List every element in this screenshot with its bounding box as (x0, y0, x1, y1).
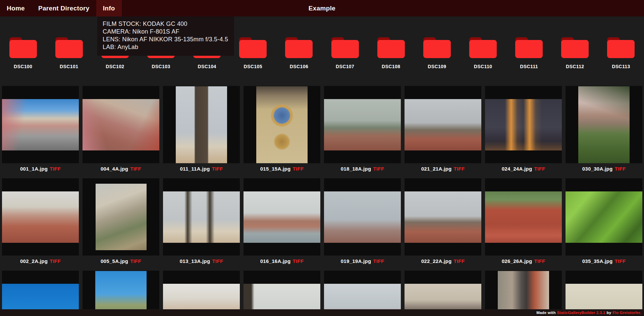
thumbnail-tiff-link[interactable]: TIFF (454, 258, 465, 264)
footer-author-link[interactable]: Flo Greistorfer. (612, 311, 641, 315)
folder-label: DSC106 (290, 64, 308, 69)
folder-label: DSC101 (60, 64, 78, 69)
thumbnail-label: 015_15A.jpgTIFF (244, 166, 320, 172)
thumbnail-tiff-link[interactable]: TIFF (212, 258, 223, 264)
thumbnail-tiff-link[interactable]: TIFF (130, 258, 141, 264)
thumbnail-label: 016_16A.jpgTIFF (244, 258, 320, 264)
folder-item[interactable]: DSC100 (0, 37, 46, 69)
folder-icon (607, 37, 635, 58)
gallery-item: 001_1A.jpgTIFF (0, 86, 80, 172)
thumbnail-filename-link[interactable]: 016_16A.jpg (260, 258, 291, 264)
gallery-item: 005_5A.jpgTIFF (80, 178, 161, 264)
folder-icon (377, 37, 405, 58)
folder-item[interactable]: DSC106 (276, 37, 322, 69)
gallery-item: 011_11A.jpgTIFF (161, 86, 241, 172)
thumbnail-cell[interactable] (405, 86, 481, 163)
thumbnail-cell[interactable] (485, 86, 562, 163)
thumbnail-filename-link[interactable]: 030_30A.jpg (582, 166, 613, 172)
thumbnail-filename-link[interactable]: 021_21A.jpg (421, 166, 452, 172)
thumbnail-cell[interactable] (324, 178, 401, 256)
thumbnail-filename-link[interactable]: 018_18A.jpg (341, 166, 371, 172)
info-line-camera: CAMERA: Nikon F-801S AF (103, 28, 228, 36)
thumbnail-tiff-link[interactable]: TIFF (293, 166, 304, 172)
folder-item[interactable]: DSC112 (552, 37, 598, 69)
thumbnail-cell[interactable] (163, 86, 240, 163)
thumbnail-filename-link[interactable]: 013_13A.jpg (180, 258, 210, 264)
folder-item[interactable]: DSC107 (322, 37, 368, 69)
folder-item[interactable]: DSC109 (414, 37, 460, 69)
nav-item[interactable]: Info (96, 0, 122, 16)
thumbnail-cell[interactable] (163, 178, 240, 256)
folder-item[interactable]: DSC111 (506, 37, 552, 69)
gallery-row: 001_1A.jpgTIFF 004_4A.jpgTIFF 011_11A.jp… (0, 86, 644, 172)
footer-builder-link[interactable]: StaticGalleryBuilder 2.3.1 (557, 311, 605, 315)
thumbnail-filename-link[interactable]: 024_24A.jpg (502, 166, 532, 172)
folder-icon (515, 37, 543, 58)
thumbnail-cell[interactable] (566, 178, 642, 256)
thumbnail-cell[interactable] (405, 178, 481, 256)
thumbnail-tiff-link[interactable]: TIFF (212, 166, 223, 172)
folder-item[interactable]: DSC110 (460, 37, 506, 69)
thumbnail-filename-link[interactable]: 022_22A.jpg (421, 258, 452, 264)
folder-icon-body (239, 40, 267, 58)
thumbnail-cell[interactable] (83, 86, 159, 163)
thumbnail-filename-link[interactable]: 035_35A.jpg (582, 258, 613, 264)
thumbnail-label: 035_35A.jpgTIFF (566, 258, 642, 264)
thumbnail-filename-link[interactable]: 001_1A.jpg (20, 166, 48, 172)
photo-thumbnail-image (2, 191, 79, 243)
thumbnail-tiff-link[interactable]: TIFF (373, 258, 384, 264)
folder-item[interactable]: DSC105 (230, 37, 276, 69)
footer-bar: Made with StaticGalleryBuilder 2.3.1 by … (0, 309, 644, 316)
thumbnail-tiff-link[interactable]: TIFF (50, 166, 61, 172)
thumbnail-tiff-link[interactable]: TIFF (454, 166, 465, 172)
info-dropdown-panel: FILM STOCK: KODAK GC 400 CAMERA: Nikon F… (97, 16, 234, 56)
folder-icon (285, 37, 313, 58)
thumbnail-cell[interactable] (244, 86, 320, 163)
thumbnail-tiff-link[interactable]: TIFF (293, 258, 304, 264)
thumbnail-tiff-link[interactable]: TIFF (615, 258, 626, 264)
folder-item[interactable]: DSC113 (598, 37, 644, 69)
folder-label: DSC110 (474, 64, 492, 69)
thumbnail-cell[interactable] (83, 178, 159, 256)
folder-item[interactable]: DSC101 (46, 37, 92, 69)
gallery-item: 002_2A.jpgTIFF (0, 178, 80, 264)
gallery-item: 021_21A.jpgTIFF (402, 86, 483, 172)
thumbnail-label: 019_19A.jpgTIFF (324, 258, 401, 264)
thumbnail-tiff-link[interactable]: TIFF (534, 166, 545, 172)
thumbnail-filename-link[interactable]: 002_2A.jpg (20, 258, 48, 264)
nav-item[interactable]: Home (0, 0, 32, 16)
nav-item[interactable]: Parent Directory (32, 0, 96, 16)
thumbnail-filename-link[interactable]: 019_19A.jpg (341, 258, 371, 264)
thumbnail-tiff-link[interactable]: TIFF (534, 258, 545, 264)
thumbnail-tiff-link[interactable]: TIFF (615, 166, 626, 172)
footer-made-with-text: Made with (536, 311, 555, 315)
folder-label: DSC111 (520, 64, 538, 69)
folder-icon (331, 37, 359, 58)
folder-item[interactable]: DSC108 (368, 37, 414, 69)
thumbnail-cell[interactable] (566, 86, 642, 163)
thumbnail-cell[interactable] (485, 178, 562, 256)
thumbnail-tiff-link[interactable]: TIFF (130, 166, 141, 172)
thumbnail-label: 022_22A.jpgTIFF (405, 258, 481, 264)
thumbnail-cell[interactable] (324, 86, 401, 163)
gallery-row: 002_2A.jpgTIFF 005_5A.jpgTIFF 013_13A.jp… (0, 178, 644, 264)
folder-label: DSC112 (566, 64, 584, 69)
thumbnail-tiff-link[interactable]: TIFF (373, 166, 384, 172)
gallery-item: 015_15A.jpgTIFF (241, 86, 322, 172)
thumbnail-tiff-link[interactable]: TIFF (50, 258, 61, 264)
thumbnail-filename-link[interactable]: 026_26A.jpg (502, 258, 532, 264)
folder-icon-body (331, 40, 359, 58)
nav-item-label: Home (7, 5, 25, 12)
gallery-item: 004_4A.jpgTIFF (80, 86, 161, 172)
thumbnail-cell[interactable] (244, 178, 320, 256)
folder-icon-body (9, 40, 37, 58)
thumbnail-cell[interactable] (2, 178, 79, 256)
photo-thumbnail-image (244, 191, 320, 243)
thumbnail-filename-link[interactable]: 011_11A.jpg (180, 166, 210, 172)
thumbnail-filename-link[interactable]: 004_4A.jpg (101, 166, 128, 172)
thumbnail-filename-link[interactable]: 005_5A.jpg (101, 258, 128, 264)
thumbnail-cell[interactable] (2, 86, 79, 163)
thumbnail-filename-link[interactable]: 015_15A.jpg (260, 166, 291, 172)
folder-icon-body (607, 40, 635, 58)
folder-label: DSC102 (106, 64, 124, 69)
